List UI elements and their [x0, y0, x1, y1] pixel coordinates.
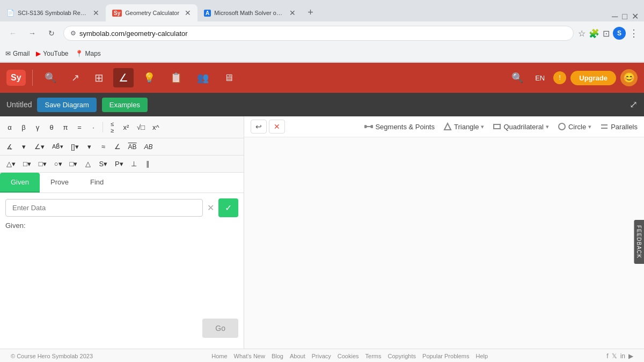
sym-tri-arr[interactable]: △▾: [3, 158, 19, 170]
save-diagram-button[interactable]: Save Diagram: [37, 98, 96, 112]
sym-triangle[interactable]: △: [82, 158, 94, 170]
sym-sq-arr[interactable]: □▾: [20, 158, 34, 170]
twitter-icon[interactable]: 𝕏: [612, 352, 617, 360]
sym-measured-angle[interactable]: ∡: [3, 141, 16, 153]
address-bar[interactable]: ⚙ symbolab.com/geometry-calculator: [63, 26, 574, 41]
lightbulb-tool-button[interactable]: 💡: [138, 69, 160, 87]
footer-terms[interactable]: Terms: [365, 353, 382, 359]
sym-xpow[interactable]: x^: [149, 121, 163, 134]
tab-close-2[interactable]: ✕: [185, 9, 191, 17]
forward-button[interactable]: →: [25, 26, 40, 41]
footer-cookies[interactable]: Cookies: [338, 353, 359, 359]
notes-tool-button[interactable]: 📋: [165, 69, 187, 87]
given-tab[interactable]: Given: [0, 173, 40, 193]
logo-button[interactable]: Sy: [6, 70, 26, 86]
tab-sci[interactable]: 📄 SCI-S136 Symbolab Review - G... ✕: [0, 4, 106, 21]
data-input-field[interactable]: [5, 199, 203, 217]
sym-sqrt[interactable]: √□: [134, 121, 148, 134]
extensions-icon[interactable]: 🧩: [589, 28, 599, 39]
prove-tab[interactable]: Prove: [40, 173, 79, 193]
tab-close-3[interactable]: ✕: [289, 9, 296, 17]
parallels-tool[interactable]: Parallels: [600, 122, 638, 131]
facebook-icon[interactable]: f: [606, 352, 608, 360]
circle-tool[interactable]: Circle ▾: [558, 122, 591, 131]
sym-leq[interactable]: ≤≥: [106, 119, 119, 136]
sym-ab-bar[interactable]: AB: [125, 141, 140, 153]
sym-xsq[interactable]: x²: [120, 121, 133, 134]
header-search-button[interactable]: 🔍: [508, 69, 526, 87]
profile-button[interactable]: S: [613, 27, 626, 40]
sym-pi[interactable]: π: [59, 121, 72, 134]
go-button[interactable]: Go: [202, 319, 238, 338]
sym-bracket-arr[interactable]: []▾: [68, 141, 82, 153]
footer-copyrights[interactable]: Copyrights: [387, 353, 416, 359]
sym-gamma[interactable]: γ: [31, 121, 44, 134]
sym-approx[interactable]: ≈: [97, 141, 110, 153]
triangle-dropdown-icon[interactable]: ▾: [481, 123, 484, 130]
footer-help[interactable]: Help: [475, 353, 488, 359]
sym-angle2[interactable]: ∠: [111, 141, 124, 153]
sym-beta[interactable]: β: [17, 121, 30, 134]
sym-dropdown-2[interactable]: ▾: [83, 141, 96, 153]
triangle-tool[interactable]: Triangle ▾: [443, 122, 484, 131]
circle-dropdown-icon[interactable]: ▾: [588, 123, 591, 130]
notification-button[interactable]: !: [553, 71, 566, 84]
tab-geometry[interactable]: Sy Geometry Calculator ✕: [106, 4, 197, 21]
graph-tool-button[interactable]: ↗: [66, 69, 85, 87]
sym-parallel[interactable]: ∥: [142, 158, 155, 170]
footer-home[interactable]: Home: [211, 353, 227, 359]
sym-shape-arr[interactable]: □▾: [67, 158, 81, 170]
quadrilateral-dropdown-icon[interactable]: ▾: [546, 123, 549, 130]
sym-seg-arr[interactable]: AB̄▾: [49, 141, 67, 152]
sym-sq2-arr[interactable]: □▾: [35, 158, 50, 170]
clear-input-button[interactable]: ✕: [205, 201, 216, 215]
footer-about[interactable]: About: [290, 353, 305, 359]
drawing-canvas[interactable]: FEEDBACK: [244, 137, 644, 346]
minimize-icon[interactable]: ─: [612, 12, 618, 21]
quadrilateral-tool[interactable]: Quadrilateral ▾: [493, 122, 548, 131]
tab-math[interactable]: A Microsoft Math Solver on the A... ✕: [197, 4, 302, 21]
users-tool-button[interactable]: 👥: [192, 69, 214, 87]
footer-whats-new[interactable]: What's New: [234, 353, 265, 359]
sym-circle-arr[interactable]: ○▾: [51, 158, 65, 170]
sym-perp[interactable]: ⊥: [128, 158, 141, 170]
search-tool-button[interactable]: 🔍: [39, 69, 62, 87]
sym-ab-italic[interactable]: AB: [141, 141, 156, 153]
footer-privacy[interactable]: Privacy: [312, 353, 331, 359]
sym-alpha[interactable]: α: [3, 121, 16, 134]
sym-s-arr[interactable]: S▾: [96, 158, 111, 170]
submit-input-button[interactable]: ✓: [218, 198, 238, 217]
user-avatar[interactable]: 😊: [620, 69, 638, 86]
grid-tool-button[interactable]: ⊞: [89, 68, 109, 87]
layout-icon[interactable]: ⊡: [603, 28, 610, 39]
sym-dot[interactable]: ·: [87, 121, 100, 134]
share-button[interactable]: ⤢: [630, 99, 638, 110]
close-canvas-button[interactable]: ✕: [269, 120, 285, 134]
bookmark-maps[interactable]: 📍 Maps: [75, 50, 101, 57]
sym-equals[interactable]: =: [73, 121, 86, 134]
new-tab-button[interactable]: +: [302, 7, 319, 18]
more-menu-icon[interactable]: ⋮: [629, 27, 639, 39]
back-button[interactable]: ←: [5, 26, 20, 41]
linkedin-icon[interactable]: in: [620, 352, 625, 360]
footer-blog[interactable]: Blog: [272, 353, 283, 359]
bookmark-gmail[interactable]: ✉ Gmail: [5, 50, 30, 57]
sym-theta[interactable]: θ: [45, 121, 58, 134]
language-button[interactable]: EN: [531, 72, 549, 84]
examples-button[interactable]: Examples: [102, 98, 148, 112]
youtube-social-icon[interactable]: ▶: [628, 352, 633, 360]
bookmark-youtube[interactable]: ▶ YouTube: [36, 50, 68, 57]
segments-points-tool[interactable]: Segments & Points: [364, 122, 435, 131]
tab-close-1[interactable]: ✕: [93, 9, 99, 17]
maximize-icon[interactable]: □: [622, 12, 627, 21]
close-window-icon[interactable]: ✕: [632, 11, 639, 21]
monitor-tool-button[interactable]: 🖥: [218, 69, 239, 87]
footer-popular[interactable]: Popular Problems: [422, 353, 469, 359]
sym-angle-arr[interactable]: ∠▾: [31, 141, 48, 153]
bookmark-star-icon[interactable]: ☆: [578, 28, 586, 39]
sym-dropdown-1[interactable]: ▾: [17, 141, 30, 153]
refresh-button[interactable]: ↻: [44, 26, 59, 41]
upgrade-button[interactable]: Upgrade: [570, 71, 616, 85]
find-tab[interactable]: Find: [79, 173, 114, 193]
undo-button[interactable]: ↩: [251, 120, 267, 134]
